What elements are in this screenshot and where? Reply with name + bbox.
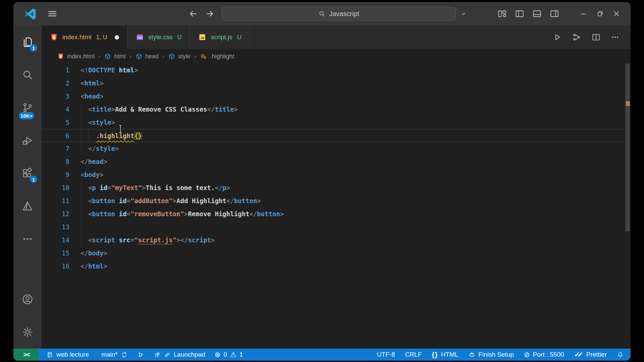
line-number: 16 xyxy=(42,260,69,273)
split-editor-button[interactable] xyxy=(591,32,601,42)
code-line: 7 </style> xyxy=(42,142,631,155)
command-center-search[interactable]: Javascript xyxy=(222,7,456,21)
code-text[interactable]: </head> xyxy=(80,155,107,168)
close-button[interactable] xyxy=(612,9,621,18)
code-line: 14 <script src="script.js"></script> xyxy=(42,234,631,247)
line-number: 6 xyxy=(42,129,69,142)
vscode-logo-icon xyxy=(23,7,37,20)
badge: 1 xyxy=(30,176,37,183)
status-encoding[interactable]: UTF-8 xyxy=(374,349,398,361)
ellipsis-icon xyxy=(21,233,34,245)
html5-icon xyxy=(50,33,58,42)
code-text[interactable]: <style> xyxy=(80,116,115,129)
indent-guide xyxy=(88,129,89,142)
search-icon xyxy=(21,68,34,81)
code-line: 2<html> xyxy=(42,77,631,90)
menu-button[interactable] xyxy=(47,8,58,19)
line-number: 7 xyxy=(42,142,69,155)
forward-button[interactable] xyxy=(205,9,215,19)
code-text[interactable]: <button id="addButton">Add Highlight</bu… xyxy=(80,194,261,207)
toggle-primary-sidebar-button[interactable] xyxy=(515,9,525,19)
activity-extensions[interactable]: 1 xyxy=(13,157,42,190)
status-text: Port : 5500 xyxy=(533,351,564,358)
breadcrumb-label: head xyxy=(145,53,159,60)
restore-button[interactable] xyxy=(596,9,604,18)
chevron-down-icon[interactable] xyxy=(460,10,467,17)
title-bar: Javascript xyxy=(13,2,631,25)
tab-index.html[interactable]: index.html1, U xyxy=(42,25,127,49)
code-editor[interactable]: 1<!DOCTYPE html>2<html>3<head>4 <title>A… xyxy=(42,64,631,349)
bell-icon xyxy=(617,351,624,358)
tab-script.js[interactable]: JSscript.jsU xyxy=(190,25,250,49)
status-prettier[interactable]: ✓✓Prettier xyxy=(571,349,610,361)
activity-more-views[interactable] xyxy=(13,223,42,255)
code-text[interactable]: <html> xyxy=(80,77,104,90)
code-text[interactable]: </body> xyxy=(80,247,107,260)
compare-changes-button[interactable] xyxy=(572,32,582,42)
status-copilot-status[interactable]: Finish Setup xyxy=(465,349,517,361)
status-launchpad[interactable]: Launchpad xyxy=(150,349,209,361)
toggle-secondary-sidebar-button[interactable] xyxy=(549,9,559,19)
code-text[interactable]: <body> xyxy=(80,168,104,181)
breadcrumb-separator: › xyxy=(193,53,197,60)
toggle-panel-button[interactable] xyxy=(532,9,542,19)
status-profile-item[interactable]: web lecture xyxy=(43,349,92,361)
status-text: main* xyxy=(101,351,118,358)
status-text: UTF-8 xyxy=(377,351,395,358)
js-icon: JS xyxy=(198,33,207,42)
code-text[interactable]: </html> xyxy=(80,260,107,273)
graph-icon xyxy=(137,351,144,358)
symbol-class-icon xyxy=(200,53,207,60)
breadcrumb-item-index.html[interactable]: index.html xyxy=(57,53,95,60)
run-button[interactable] xyxy=(552,32,562,42)
indent-guide xyxy=(81,181,82,194)
status-problems[interactable]: ⊗0⚠︎1 xyxy=(211,349,247,361)
editor-group: index.html1, UCSSstyle.cssUJSscript.jsU … xyxy=(42,25,631,349)
line-number: 8 xyxy=(42,155,69,168)
status-bar-right: UTF-8CRLF{}HTMLFinish Setup⊘Port : 5500✓… xyxy=(374,349,627,361)
activity-settings[interactable] xyxy=(13,316,42,349)
account-icon xyxy=(21,293,34,306)
indent-guide xyxy=(81,103,82,116)
code-text[interactable]: <title>Add & Remove CSS Classes</title> xyxy=(80,103,238,116)
activity-run-debug[interactable] xyxy=(13,124,42,157)
back-button[interactable] xyxy=(188,9,198,19)
customize-layout-button[interactable] xyxy=(497,9,507,19)
status-text: Launchpad xyxy=(174,351,205,358)
activity-explorer[interactable]: 1 xyxy=(13,25,42,58)
code-text[interactable]: <p id="myText">This is some text.</p> xyxy=(80,181,230,194)
activity-prism[interactable] xyxy=(13,190,42,223)
breadcrumb-item-style[interactable]: style xyxy=(168,53,191,60)
sync-icon xyxy=(121,351,128,358)
status-live-server-port[interactable]: ⊘Port : 5500 xyxy=(521,349,568,361)
status-git-branch[interactable]: main* xyxy=(95,349,131,361)
activity-accounts[interactable] xyxy=(13,283,42,316)
remote-icon: >< xyxy=(23,351,29,359)
copilot-icon xyxy=(468,351,475,358)
status-end-of-line[interactable]: CRLF xyxy=(402,349,425,361)
status-bar-left: web lecturemain*Launchpad⊗0⚠︎1 xyxy=(43,349,246,361)
minimize-button[interactable] xyxy=(579,9,588,18)
tab-style.css[interactable]: CSSstyle.cssU xyxy=(127,25,190,49)
code-text[interactable]: <button id="removeButton">Remove Highlig… xyxy=(80,207,284,221)
code-text[interactable]: <head> xyxy=(80,90,104,103)
breadcrumb-item-head[interactable]: head xyxy=(135,53,159,60)
tab-label: style.css xyxy=(148,34,173,41)
indent-guide xyxy=(81,129,82,142)
activity-source-control[interactable]: 10K+ xyxy=(13,91,42,124)
code-line: 10 <p id="myText">This is some text.</p> xyxy=(42,181,631,194)
code-text[interactable]: </style> xyxy=(80,142,119,155)
code-line: 3<head> xyxy=(42,90,631,103)
breadcrumb-item-html[interactable]: html xyxy=(104,53,125,60)
status-source-control-graph[interactable] xyxy=(134,349,148,361)
code-text[interactable]: .highlight{} xyxy=(80,129,142,142)
activity-search[interactable] xyxy=(13,58,42,91)
modified-dot xyxy=(115,35,119,40)
status-language-mode[interactable]: {}HTML xyxy=(428,349,462,361)
remote-indicator[interactable]: >< xyxy=(13,349,39,361)
code-text[interactable]: <script src="script.js"></script> xyxy=(80,234,215,247)
breadcrumb-item-.highlight[interactable]: .highlight xyxy=(200,53,234,60)
more-actions-button[interactable] xyxy=(610,33,620,42)
code-text[interactable]: <!DOCTYPE html> xyxy=(80,64,138,77)
status-notifications[interactable] xyxy=(613,349,627,361)
